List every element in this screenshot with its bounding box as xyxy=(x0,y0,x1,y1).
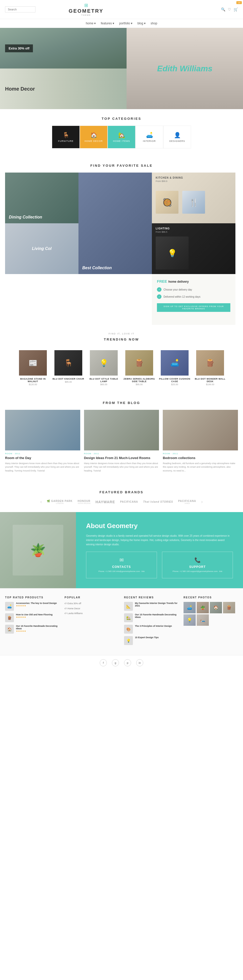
furniture-icon: 🪑 xyxy=(63,132,69,138)
trending-price-4: $95.00 xyxy=(136,383,143,386)
trending-item-5[interactable]: 🛋️ PILLOW COVER CUSHION CASE $25.00 xyxy=(158,350,191,386)
support-text: Phone: +1 585 100 support@geometrytheme.… xyxy=(173,570,222,573)
trending-item-1[interactable]: 📰 MAGAZINE STAND IN WALNUT $120.00 xyxy=(16,350,49,386)
social-pinterest[interactable]: p xyxy=(124,659,131,667)
blog-img-1[interactable] xyxy=(5,410,80,450)
trending-name-1: MAGAZINE STAND IN WALNUT xyxy=(16,378,49,383)
nav-portfolio[interactable]: portfolio ▾ xyxy=(119,22,133,25)
categories-list: 🪑 Furniture 🏠 Home Decor 🏡 Home Items 🛋️… xyxy=(0,126,243,156)
search-icon[interactable]: 🔍 xyxy=(221,7,225,11)
photo-1[interactable]: 🛋️ xyxy=(183,602,196,613)
living-collection-banner[interactable]: Living Col xyxy=(5,223,79,274)
trending-item-3[interactable]: 💡 BLU DOT STYLE TABLE LAMP $65.00 xyxy=(87,350,120,386)
nav-blog[interactable]: blog ▾ xyxy=(137,22,145,25)
cart-icon[interactable]: 🛒 xyxy=(234,7,238,11)
support-icon: 📞 xyxy=(194,557,201,563)
trending-item-6[interactable]: 🪵 BLU DOT WONDER WALL DESK $199.00 xyxy=(194,350,227,386)
wishlist-icon[interactable]: ♡ xyxy=(228,7,231,11)
categories-section: TOP CATEGORIES 🪑 Furniture 🏠 Home Decor … xyxy=(0,109,243,156)
photo-4[interactable]: 🪵 xyxy=(223,602,235,613)
product-info-3: Our 15 Favorite Handmade Decorating Idea… xyxy=(16,625,60,632)
review-item-1[interactable]: 📐 My Favourite Interior Design Trends fo… xyxy=(124,602,178,611)
blog-title-2[interactable]: Design Ideas From 21 Much-Loved Rooms xyxy=(84,456,159,460)
social-linkedin[interactable]: in xyxy=(136,659,143,667)
blog-meta-2: ROOM · 2011 xyxy=(84,452,159,455)
lighting-img: 💡 xyxy=(156,237,189,269)
kitchen-sub: From $99.9 xyxy=(156,180,167,183)
search-input[interactable] xyxy=(5,6,35,13)
review-item-3[interactable]: 🎨 The 3 Principles of Interior Design xyxy=(124,625,178,634)
hero-bottom-text: Home Decor xyxy=(5,86,35,92)
brand-sub-6: VIDEA xyxy=(185,503,190,504)
nav-shop[interactable]: shop xyxy=(151,22,157,25)
nav-features[interactable]: features ▾ xyxy=(101,22,114,25)
brand-6[interactable]: PACIFICANA VIDEA xyxy=(178,500,196,504)
sale-title: FIND YOUR FAVORITE SALE xyxy=(0,156,243,173)
dining-collection-banner[interactable]: Dining Collection xyxy=(5,173,79,223)
nav-home[interactable]: home ▾ xyxy=(86,22,96,25)
popular-item-2[interactable]: 🏷 Home Decor xyxy=(65,607,119,611)
main-nav: home ▾ features ▾ portfolio ▾ blog ▾ sho… xyxy=(0,19,243,28)
contacts-box[interactable]: ✉ CONTACTS Phone: +1 585 100 info@geomet… xyxy=(86,552,157,578)
category-furniture[interactable]: 🪑 Furniture xyxy=(52,126,80,148)
home-decor-icon: 🏠 xyxy=(90,132,97,138)
best-collection-banner[interactable]: Best Collection xyxy=(79,173,152,274)
scroll-right-arrow[interactable]: › xyxy=(201,499,203,504)
brand-2[interactable]: HONOUR GOOD DESIGN xyxy=(78,500,90,504)
tag-icon-1: 🏷 xyxy=(65,602,68,605)
category-home-decor[interactable]: 🏠 Home Decor xyxy=(80,126,107,148)
brand-1[interactable]: 🌿 GARDEN PARK LONDON xyxy=(47,500,73,504)
blog-meta-1: ROOM · 2011 xyxy=(5,452,80,455)
review-thumb-4: 💡 xyxy=(124,636,133,645)
interior-icon: 🛋️ xyxy=(146,132,153,138)
popular-item-3[interactable]: 🏷 Lavita Williams xyxy=(65,612,119,616)
category-home-items[interactable]: 🏡 Home Items xyxy=(107,126,136,148)
check-icon-2: ✓ xyxy=(157,294,161,299)
brand-logo-3: HAYWARE xyxy=(95,500,115,504)
social-google[interactable]: g xyxy=(112,659,119,667)
top-rated-item-3[interactable]: 🏠 Our 15 Favorite Handmade Decorating Id… xyxy=(5,625,60,634)
support-box[interactable]: 📞 SUPPORT Phone: +1 585 100 support@geom… xyxy=(162,552,233,578)
photo-3[interactable]: 🏠 xyxy=(210,602,222,613)
review-item-4[interactable]: 💡 15 Expert Design Tips xyxy=(124,636,178,645)
interior-label: Interior xyxy=(143,140,156,142)
category-interior[interactable]: 🛋️ Interior xyxy=(136,126,163,148)
hero-bottom-banner[interactable]: Home Decor xyxy=(0,68,126,109)
photo-6[interactable]: 🛏️ xyxy=(197,614,209,626)
scroll-left-arrow[interactable]: ‹ xyxy=(40,499,42,504)
top-rated-item-2[interactable]: 🪵 How to Use Old and New Flooring ★★★★★ xyxy=(5,613,60,622)
photo-2[interactable]: 🪴 xyxy=(197,602,209,613)
top-rated-item-1[interactable]: 🛋️ Accessories: The key to Good Design ★… xyxy=(5,602,60,611)
category-designers[interactable]: 👤 Designers xyxy=(163,126,191,148)
hero-right[interactable]: Edith Williams xyxy=(126,28,243,109)
brand-4[interactable]: PACIFICANA xyxy=(120,500,138,503)
signup-button[interactable]: SIGN UP TO GET EXCLUSIVE OFFERS FROM YOU… xyxy=(157,303,230,312)
popular-item-1[interactable]: 🏷 Extra 30% off xyxy=(65,602,119,605)
review-item-2[interactable]: 🏡 Our 15 Favorite Handmade Decorating Id… xyxy=(124,613,178,622)
trending-title: TRENDING NOW xyxy=(5,336,238,346)
blog-title-1[interactable]: Room of the Day xyxy=(5,456,80,460)
product-name-2: How to Use Old and New Flooring xyxy=(16,613,60,616)
brand-3[interactable]: HAYWARE xyxy=(95,500,115,504)
social-facebook[interactable]: f xyxy=(100,659,107,667)
trending-price-3: $65.00 xyxy=(100,383,107,386)
trending-item-2[interactable]: 🪑 BLU DOT KNICKER CHAIR $85.00 xyxy=(52,350,85,386)
check-icon-1: ✓ xyxy=(157,287,161,292)
footer-top-rated: TOP RATED PRODUCTS 🛋️ Accessories: The k… xyxy=(5,596,60,648)
header-logo: ⊞ GEOMETRY THEME xyxy=(35,3,137,16)
product-thumb-3: 🏠 xyxy=(5,625,14,634)
brand-5[interactable]: That Island STORIES xyxy=(143,500,173,503)
blog-grid: ROOM · 2011 Room of the Day Many interio… xyxy=(5,410,238,473)
photo-5[interactable]: 💡 xyxy=(183,614,196,626)
delivery-free-label: FREE xyxy=(157,279,167,283)
footer-bottom: f g p in xyxy=(0,655,243,670)
sale-right-col: Kitchen & Dining From $99.9 🥘 🍴 Lighting… xyxy=(152,173,235,325)
blog-img-2[interactable] xyxy=(84,410,159,450)
blog-img-3[interactable] xyxy=(163,410,238,450)
hero-top-banner[interactable]: Extra 30% off xyxy=(0,28,126,68)
blog-title-3[interactable]: Bedroom collections xyxy=(163,456,238,460)
blog-item-3: ROOM · 2011 Bedroom collections Reading … xyxy=(163,410,238,473)
product-stars-1: ★★★★★ xyxy=(16,605,60,607)
trending-price-2: $85.00 xyxy=(65,381,72,383)
trending-item-4[interactable]: 🪵 sale ZEBRA SERIES ALDBORG SIDE TABLE $… xyxy=(123,350,156,386)
